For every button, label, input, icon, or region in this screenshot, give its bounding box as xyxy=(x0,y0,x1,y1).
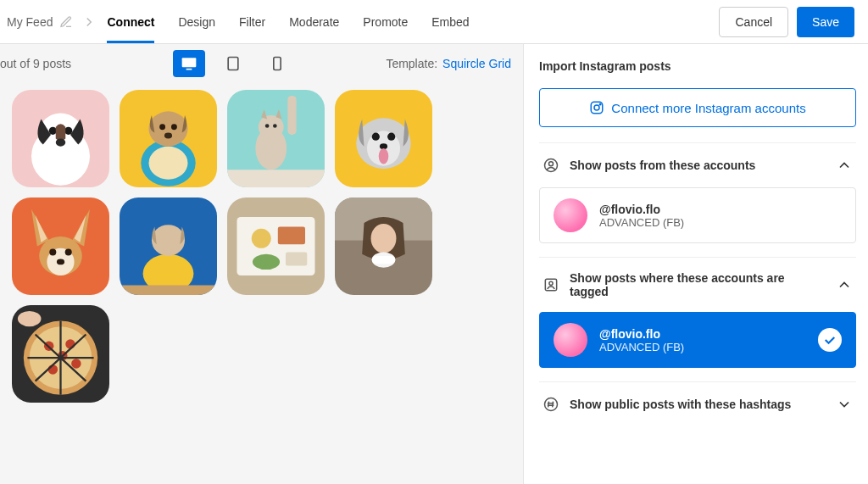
grid-tile[interactable] xyxy=(12,197,109,295)
device-desktop-button[interactable] xyxy=(173,50,205,77)
template-name[interactable]: Squircle Grid xyxy=(442,57,511,70)
svg-point-71 xyxy=(545,398,558,411)
account-handle: @flovio.flo xyxy=(599,327,806,341)
svg-point-23 xyxy=(265,124,270,128)
chevron-up-icon xyxy=(836,157,853,174)
hashtag-circle-icon xyxy=(542,396,559,413)
sidebar-panel: Import Instagram posts Connect more Inst… xyxy=(524,44,868,484)
account-card[interactable]: @flovio.flo ADVANCED (FB) xyxy=(539,187,856,243)
svg-rect-1 xyxy=(186,69,192,70)
grid-tile[interactable] xyxy=(335,197,432,295)
svg-point-66 xyxy=(600,103,602,105)
svg-point-17 xyxy=(171,124,177,130)
svg-point-63 xyxy=(18,311,42,326)
grid-tile[interactable] xyxy=(335,90,432,187)
check-icon xyxy=(822,332,837,348)
section-header-tagged[interactable]: Show posts where these accounts are tagg… xyxy=(539,257,856,312)
svg-point-11 xyxy=(56,139,66,147)
svg-line-73 xyxy=(553,402,554,408)
preview-toolbar: out of 9 posts Template: Squircle Grid xyxy=(0,44,511,83)
svg-rect-46 xyxy=(278,227,305,245)
chevron-up-icon xyxy=(836,276,853,293)
svg-point-65 xyxy=(594,105,599,110)
account-subtitle: ADVANCED (FB) xyxy=(599,341,806,353)
account-subtitle: ADVANCED (FB) xyxy=(599,216,842,229)
svg-point-15 xyxy=(149,111,188,146)
device-tablet-button[interactable] xyxy=(217,50,249,77)
svg-rect-4 xyxy=(274,58,281,70)
connect-instagram-button[interactable]: Connect more Instagram accounts xyxy=(539,88,856,127)
mobile-icon xyxy=(269,55,286,72)
user-tag-icon xyxy=(542,276,559,293)
svg-point-21 xyxy=(259,115,284,139)
svg-point-29 xyxy=(372,133,380,141)
svg-point-9 xyxy=(49,127,57,135)
grid-tile[interactable] xyxy=(12,305,109,403)
section-header-hashtags[interactable]: Show public posts with these hashtags xyxy=(539,381,856,426)
sidebar-title: Import Instagram posts xyxy=(539,59,856,73)
svg-point-68 xyxy=(549,162,554,166)
feed-name-wrap: My Feed xyxy=(7,15,73,29)
grid-tile[interactable] xyxy=(227,197,325,295)
grid-tile[interactable] xyxy=(227,90,325,187)
tab-design[interactable]: Design xyxy=(178,0,215,43)
svg-rect-42 xyxy=(120,286,217,296)
svg-point-60 xyxy=(71,359,81,369)
template-label-wrap: Template: Squircle Grid xyxy=(386,57,511,70)
grid-tile[interactable] xyxy=(12,90,109,187)
account-card-selected[interactable]: @flovio.flo ADVANCED (FB) xyxy=(539,312,856,368)
section-title: Show posts from these accounts xyxy=(570,159,826,172)
chevron-down-icon xyxy=(836,396,853,413)
save-button[interactable]: Save xyxy=(797,7,854,37)
svg-point-32 xyxy=(379,148,389,164)
svg-point-18 xyxy=(164,133,172,139)
svg-point-47 xyxy=(253,254,280,270)
chevron-right-icon xyxy=(81,14,97,30)
svg-rect-25 xyxy=(227,170,325,187)
device-toggles xyxy=(173,50,293,77)
tabs: Connect Design Filter Moderate Promote E… xyxy=(107,0,469,43)
tab-filter[interactable]: Filter xyxy=(239,0,265,43)
avatar xyxy=(554,323,587,357)
section-title: Show posts where these accounts are tagg… xyxy=(570,271,826,298)
account-info: @flovio.flo ADVANCED (FB) xyxy=(599,327,806,353)
user-circle-icon xyxy=(542,157,559,174)
section-header-accounts[interactable]: Show posts from these accounts xyxy=(539,142,856,187)
main: out of 9 posts Template: Squircle Grid xyxy=(0,44,868,484)
tab-embed[interactable]: Embed xyxy=(431,0,469,43)
avatar xyxy=(554,198,587,232)
check-badge xyxy=(818,328,842,352)
tab-connect[interactable]: Connect xyxy=(107,0,154,43)
svg-rect-48 xyxy=(286,252,307,265)
template-label: Template: xyxy=(386,57,437,70)
svg-point-45 xyxy=(252,229,271,248)
svg-point-24 xyxy=(273,124,277,128)
svg-rect-2 xyxy=(228,58,238,70)
pencil-icon[interactable] xyxy=(59,15,73,29)
instagram-icon xyxy=(589,100,604,115)
topbar: My Feed Connect Design Filter Moderate P… xyxy=(0,0,868,44)
tab-promote[interactable]: Promote xyxy=(363,0,408,43)
account-handle: @flovio.flo xyxy=(599,203,842,216)
svg-point-37 xyxy=(65,248,72,255)
post-count: out of 9 posts xyxy=(0,57,71,70)
svg-point-38 xyxy=(57,259,64,264)
svg-point-16 xyxy=(159,124,165,130)
svg-point-30 xyxy=(387,133,395,141)
svg-point-36 xyxy=(49,248,56,255)
svg-point-52 xyxy=(371,224,397,253)
grid-tile[interactable] xyxy=(120,197,217,295)
svg-rect-0 xyxy=(182,58,197,67)
grid-tile[interactable] xyxy=(120,90,217,187)
tab-moderate[interactable]: Moderate xyxy=(289,0,339,43)
svg-point-10 xyxy=(64,127,72,135)
desktop-icon xyxy=(181,55,198,72)
svg-point-41 xyxy=(152,225,185,256)
account-info: @flovio.flo ADVANCED (FB) xyxy=(599,203,842,229)
connect-label: Connect more Instagram accounts xyxy=(611,101,805,115)
image-grid xyxy=(0,83,511,403)
device-mobile-button[interactable] xyxy=(261,50,293,77)
svg-point-14 xyxy=(149,147,188,180)
svg-rect-54 xyxy=(372,256,396,264)
cancel-button[interactable]: Cancel xyxy=(719,7,788,37)
